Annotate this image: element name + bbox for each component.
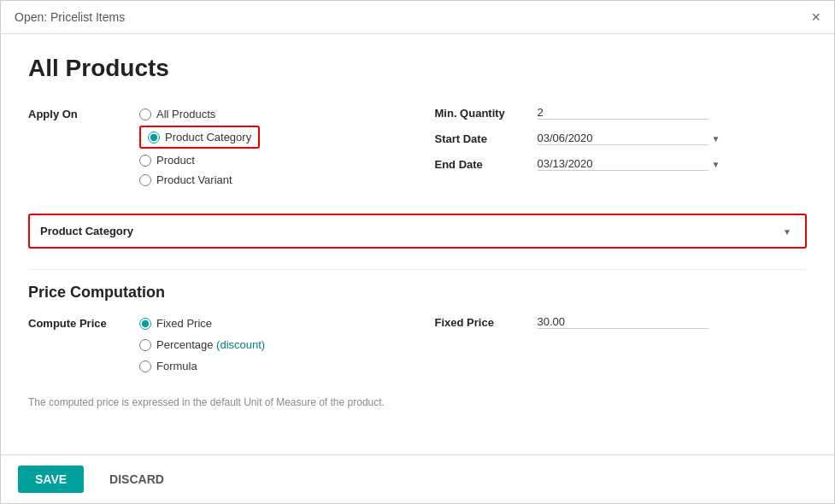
radio-label-product: Product <box>156 154 195 167</box>
modal-title: Open: Pricelist Items <box>15 10 125 24</box>
radio-fixed-price[interactable] <box>139 318 151 330</box>
main-form-section: Apply On All Products Product Category <box>28 106 807 196</box>
radio-product-category[interactable] <box>148 132 160 144</box>
compute-price-right: Fixed Price 30.00 <box>435 315 808 383</box>
compute-price-row: Compute Price Fixed Price <box>28 315 401 374</box>
radio-label-formula: Formula <box>156 360 197 372</box>
price-computation-form: Compute Price Fixed Price <box>28 315 807 383</box>
radio-option-formula[interactable]: Formula <box>139 358 265 374</box>
price-computation-section: Price Computation Compute Price Fixed Pr… <box>28 284 807 408</box>
fixed-price-input[interactable]: 30.00 <box>538 315 709 329</box>
product-category-select-wrapper: ▼ <box>177 224 795 238</box>
fixed-price-label: Fixed Price <box>435 316 538 329</box>
percentage-link[interactable]: (discount) <box>216 338 265 351</box>
radio-label-all-products: All Products <box>156 108 215 120</box>
start-date-input[interactable]: 03/06/2020 <box>538 132 709 145</box>
compute-price-options: Fixed Price Percentage (discount) <box>139 315 265 374</box>
modal-dialog: Open: Pricelist Items × All Products App… <box>0 0 835 504</box>
modal-header: Open: Pricelist Items × <box>1 1 834 34</box>
radio-label-product-variant: Product Variant <box>156 173 232 186</box>
apply-on-options: All Products Product Category Product <box>139 106 260 188</box>
section-divider <box>28 269 807 270</box>
radio-option-all-products[interactable]: All Products <box>139 106 260 122</box>
page-title: All Products <box>28 55 807 82</box>
radio-option-product-category[interactable]: Product Category <box>139 126 260 149</box>
radio-label-product-category: Product Category <box>165 131 251 144</box>
min-quantity-input[interactable]: 2 <box>538 106 709 120</box>
modal-footer: SAVE DISCARD <box>1 454 834 503</box>
product-category-box: Product Category ▼ <box>28 214 807 249</box>
radio-percentage[interactable] <box>139 339 151 351</box>
min-quantity-label: Min. Quantity <box>435 107 538 120</box>
price-computation-title: Price Computation <box>28 284 807 302</box>
fixed-price-row: Fixed Price 30.00 <box>435 315 808 329</box>
start-date-row: Start Date 03/06/2020 ▼ <box>435 132 808 145</box>
apply-on-section: Apply On All Products Product Category <box>28 106 401 196</box>
save-button[interactable]: SAVE <box>18 466 84 493</box>
end-date-input[interactable]: 03/13/2020 <box>538 157 709 171</box>
apply-on-row: Apply On All Products Product Category <box>28 106 401 188</box>
radio-all-products[interactable] <box>139 108 151 120</box>
compute-price-label: Compute Price <box>28 315 139 330</box>
min-quantity-row: Min. Quantity 2 <box>435 106 808 120</box>
end-date-row: End Date 03/13/2020 ▼ <box>435 157 808 171</box>
end-date-label: End Date <box>435 158 538 171</box>
date-section: Min. Quantity 2 Start Date 03/06/2020 ▼ … <box>435 106 808 196</box>
radio-option-fixed-price[interactable]: Fixed Price <box>139 315 265 331</box>
radio-option-percentage[interactable]: Percentage (discount) <box>139 337 265 353</box>
end-date-arrow-icon: ▼ <box>712 160 720 169</box>
product-category-field-label: Product Category <box>40 225 177 237</box>
radio-product[interactable] <box>139 155 151 167</box>
radio-product-variant[interactable] <box>139 174 151 186</box>
radio-label-fixed-price: Fixed Price <box>156 317 212 330</box>
start-date-arrow-icon: ▼ <box>712 134 720 144</box>
note-text: The computed price is expressed in the d… <box>28 396 807 408</box>
radio-option-product[interactable]: Product <box>139 152 260 168</box>
radio-formula[interactable] <box>139 360 151 372</box>
start-date-label: Start Date <box>435 132 538 145</box>
compute-price-left: Compute Price Fixed Price <box>28 315 401 383</box>
apply-on-label: Apply On <box>28 106 139 120</box>
discard-button[interactable]: DISCARD <box>92 466 181 493</box>
radio-label-percentage: Percentage (discount) <box>156 338 265 351</box>
radio-option-product-variant[interactable]: Product Variant <box>139 172 260 188</box>
close-button[interactable]: × <box>811 9 820 25</box>
product-category-select-arrow-icon: ▼ <box>783 226 791 236</box>
modal-body: All Products Apply On All Products <box>1 34 834 454</box>
